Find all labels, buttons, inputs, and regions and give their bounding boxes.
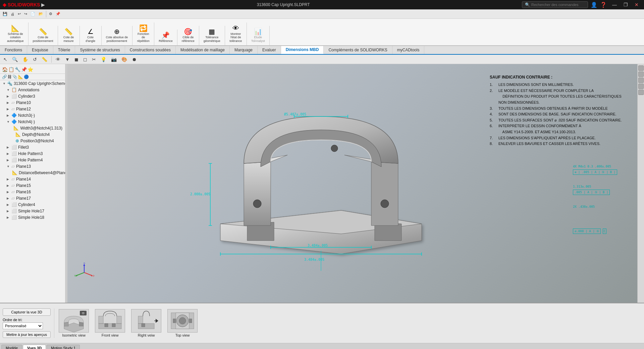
tree-icon-3[interactable]: 🔧 <box>15 67 20 72</box>
help-icon[interactable]: ❓ <box>600 2 607 8</box>
tab-structures[interactable]: Système de structures <box>75 46 125 54</box>
tree-item-plane17[interactable]: ▶ ▱ Plane17 <box>0 195 65 201</box>
thumbnail-isometric[interactable]: Isometric view <box>57 307 91 339</box>
ribbon-btn-cotation[interactable]: 📐 Schéma decotationautomatique <box>5 24 25 44</box>
right-btn-3[interactable] <box>638 78 644 83</box>
print-button[interactable]: 🖨 <box>9 11 16 17</box>
tab-tolerie[interactable]: Tôlerie <box>53 46 75 54</box>
tree-item-width3notch4[interactable]: 📐 Width3@Notch4(1.313) <box>0 125 65 131</box>
zoom-btn[interactable]: 🔍 <box>10 56 20 63</box>
tab-maillage[interactable]: Modélisation de maillage <box>176 46 230 54</box>
update-previews-btn[interactable]: Mettre à jour les aperçus <box>3 331 51 338</box>
tree-item-holepattern4[interactable]: ▶ ⬜ Hole Pattern4 <box>0 157 65 163</box>
tree-item-notch4[interactable]: ▼ 🔷 Notch4(-) <box>0 118 65 125</box>
pan-btn[interactable]: ✋ <box>20 56 30 63</box>
tree-item-simplehole17[interactable]: ▶ ⬜ Simple Hole17 <box>0 208 65 214</box>
section-btn[interactable]: ✂ <box>90 56 98 63</box>
tree-icon-1[interactable]: 🏠 <box>2 67 8 72</box>
new-button[interactable]: 📄 <box>29 11 37 17</box>
pin-button[interactable]: 📌 <box>54 11 62 17</box>
tree-item-plane14[interactable]: ▶ ▱ Plane14 <box>0 176 65 182</box>
ribbon-btn-tolerance[interactable]: ▦ Tolérancegéométrique <box>202 27 222 44</box>
ribbon-btn-mesure[interactable]: 📏 Cote demesure <box>61 27 77 44</box>
camera-btn[interactable]: 📷 <box>109 56 119 63</box>
tab-fonctions[interactable]: Fonctions <box>0 46 27 54</box>
tab-mbd[interactable]: Dimensions MBD <box>281 46 324 54</box>
tree-item-distancebetween4[interactable]: 📐 DistanceBetween4@Plane13(2) <box>0 169 65 176</box>
rotate-btn[interactable]: ↺ <box>31 56 39 63</box>
tree-item-plane12[interactable]: ▶ ▱ Plane12 <box>0 106 65 112</box>
bottom-tab-motion[interactable]: Motion Study 1 <box>47 345 80 349</box>
tree-icon-2[interactable]: 📋 <box>8 67 14 72</box>
tree-item-cylinder4[interactable]: ▶ ⬜ Cylinder4 <box>0 201 65 208</box>
light-btn[interactable]: 💡 <box>99 56 108 63</box>
save-button[interactable]: 💾 <box>1 11 9 17</box>
tree-item-depth-notch4[interactable]: 📐 Depth@Notch4 <box>0 131 65 138</box>
mode-select-btn[interactable]: ↖ <box>1 56 9 63</box>
maximize-button[interactable]: ❐ <box>621 1 631 8</box>
tree-item-plane15[interactable]: ▶ ▱ Plane15 <box>0 182 65 189</box>
right-btn-2[interactable] <box>638 71 644 77</box>
ribbon-btn-fonction[interactable]: 🔁 Fonctionderépétition <box>135 24 151 44</box>
tree-icon-9[interactable]: 📐 <box>18 74 23 79</box>
tab-esquisse[interactable]: Esquisse <box>27 46 53 54</box>
right-btn-1[interactable] <box>638 65 644 71</box>
ribbon-btn-positionnement[interactable]: 📏 Cote depositionnement <box>31 27 55 44</box>
undo-button[interactable]: ↩ <box>16 11 22 17</box>
right-btn-4[interactable] <box>638 84 644 89</box>
tree-item-fillet3[interactable]: ▶ ⬜ Fillet3 <box>0 144 65 150</box>
tab-soudees[interactable]: Constructions soudées <box>125 46 176 54</box>
tab-complements[interactable]: Compléments de SOLIDWORKS <box>324 46 392 54</box>
tree-icon-7[interactable]: ⛓ <box>8 74 12 79</box>
close-button[interactable]: ✕ <box>632 1 641 8</box>
search-input[interactable] <box>531 3 585 7</box>
redo-button[interactable]: ↪ <box>23 11 29 17</box>
ribbon-btn-abspos[interactable]: ⊕ Cote absolue depositionnement <box>104 27 130 44</box>
tree-item-plane16[interactable]: ▶ ▱ Plane16 <box>0 189 65 195</box>
bg-btn[interactable]: 🎨 <box>119 56 129 63</box>
tree-icon-6[interactable]: 🔗 <box>2 74 7 79</box>
open-button[interactable]: 📂 <box>37 11 45 17</box>
tree-icon-4[interactable]: 📌 <box>21 67 27 72</box>
tree-item-holepattern3[interactable]: ▶ ⬜ Hole Pattern3 <box>0 150 65 157</box>
tab-marquage[interactable]: Marquage <box>230 46 258 54</box>
tree-item-plane10[interactable]: ▶ ▱ Plane10 <box>0 99 65 106</box>
filter-btn[interactable]: ▼ <box>63 56 72 63</box>
tree-icon-10[interactable]: 🔵 <box>24 74 29 79</box>
tree-item-position3-notch4[interactable]: ⊕ Position3@Notch4 <box>0 138 65 144</box>
settings-button[interactable]: ⚙ <box>48 11 54 17</box>
ribbon-btn-etude[interactable]: 📊 EtudeTolAnalyst <box>250 27 267 44</box>
view-btn[interactable]: 👁 <box>54 56 62 63</box>
3d-viewport[interactable]: Ø5.407±.005 3.484±.005 2.000±.005 3.484±… <box>67 64 637 303</box>
thumbnail-top[interactable]: Top view <box>166 307 199 339</box>
minimize-button[interactable]: — <box>609 1 620 8</box>
tab-evaluer[interactable]: Evaluer <box>258 46 281 54</box>
expand-arrow[interactable]: ▶ <box>41 2 45 7</box>
ribbon-btn-reference[interactable]: 📌 Référence <box>157 31 174 44</box>
user-icon[interactable]: 👤 <box>591 2 597 8</box>
bottom-tab-modele[interactable]: Modèle <box>1 345 22 349</box>
tree-item-simplehole18[interactable]: ▶ ⬜ Simple Hole18 <box>0 214 65 220</box>
wireframe-btn[interactable]: ◻ <box>81 56 89 63</box>
shading-btn[interactable]: ◼ <box>72 56 80 63</box>
tree-item-plane13[interactable]: ▼ ▱ Plane13 <box>0 163 65 169</box>
tab-mycad[interactable]: myCADtools <box>392 46 425 54</box>
tree-item-notch3[interactable]: ▶ 🔷 Notch3(-) <box>0 112 65 118</box>
tree-item-annotations[interactable]: ▼ 📋 Annotations <box>0 87 65 93</box>
tree-root[interactable]: ▼ 🔩 313600 Cap Upright<Scheme9> <box>0 80 65 87</box>
ribbon-btn-montrer[interactable]: 👁 Montrerl'état detolérance <box>228 24 244 44</box>
right-btn-5[interactable] <box>638 90 644 95</box>
capture-3d-btn[interactable]: Capturer la vue 3D <box>3 308 51 316</box>
tree-item-cylinder3[interactable]: ▶ ⬜ Cylinder3 <box>0 93 65 99</box>
ribbon-btn-cible[interactable]: 🎯 Cible deréférence <box>180 27 196 44</box>
sort-select[interactable]: Personnalisé Alphabétique Chronologique <box>3 322 43 329</box>
ribbon-btn-angle[interactable]: ∠ Coted'angle <box>83 27 99 44</box>
thumbnail-right[interactable]: Right veiw <box>129 307 163 339</box>
bottom-panel: Capturer la vue 3D Ordre de tri: Personn… <box>0 303 644 343</box>
bottom-tab-vues3d[interactable]: Vues 3D <box>23 345 46 349</box>
tree-icon-5[interactable]: ⭐ <box>28 67 33 72</box>
thumbnail-front[interactable]: Front view <box>93 307 127 339</box>
measure-btn[interactable]: 📏 <box>40 56 49 63</box>
tree-icon-8[interactable]: 📎 <box>12 74 17 79</box>
record-btn[interactable]: ⏺ <box>130 56 139 63</box>
